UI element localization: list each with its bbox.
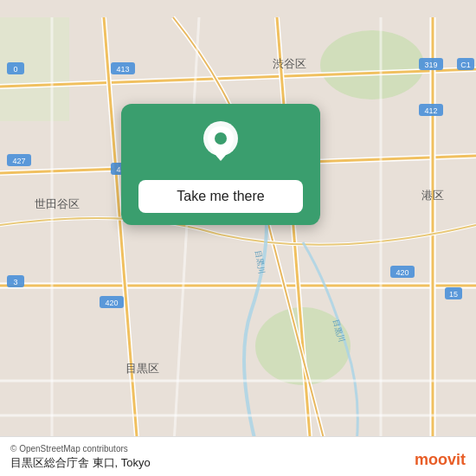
svg-text:15: 15 [449, 290, 458, 299]
svg-point-1 [320, 30, 424, 100]
take-me-there-button[interactable]: Take me there [138, 180, 303, 213]
svg-text:427: 427 [12, 157, 25, 165]
osm-credit: © OpenStreetMap contributors [10, 444, 466, 453]
svg-text:港区: 港区 [421, 189, 444, 202]
svg-text:420: 420 [105, 299, 118, 307]
location-label: 目黒区総合庁舎 東口, Tokyo [10, 455, 466, 471]
svg-text:目黒区: 目黒区 [125, 362, 159, 375]
svg-text:3: 3 [13, 278, 17, 286]
popup-card: Take me there [121, 104, 320, 225]
svg-text:0: 0 [13, 65, 17, 74]
svg-text:413: 413 [116, 65, 129, 74]
svg-text:C1: C1 [460, 61, 471, 69]
svg-text:420: 420 [396, 268, 408, 277]
map-container: 413 319 C1 412 427 420 0 3 420 420 15 渋谷 [0, 0, 476, 476]
svg-text:319: 319 [424, 61, 437, 69]
svg-text:渋谷区: 渋谷区 [273, 57, 306, 70]
svg-text:世田谷区: 世田谷区 [35, 197, 80, 210]
bottom-bar: © OpenStreetMap contributors 目黒区総合庁舎 東口,… [0, 436, 476, 476]
svg-text:412: 412 [424, 106, 437, 115]
map-svg: 413 319 C1 412 427 420 0 3 420 420 15 渋谷 [0, 0, 476, 476]
location-pin-icon [199, 119, 242, 171]
svg-point-50 [215, 132, 227, 145]
moovit-logo: moovit [415, 451, 466, 469]
